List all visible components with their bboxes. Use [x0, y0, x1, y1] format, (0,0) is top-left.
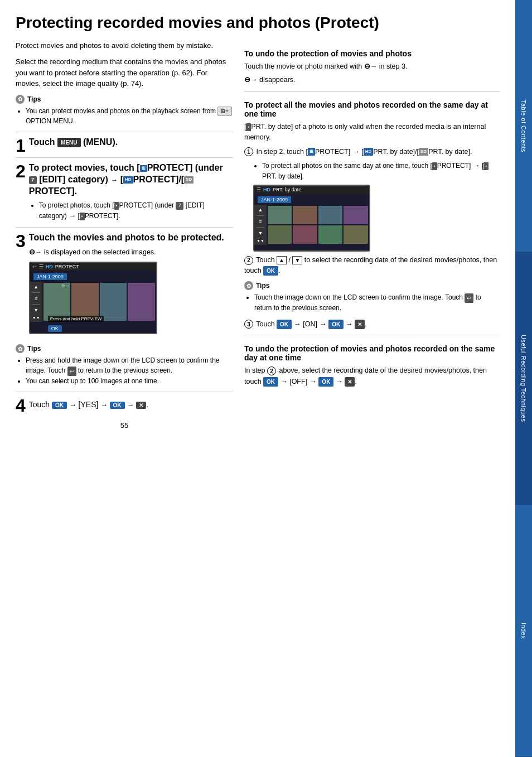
photo-badge-s2: ▪ [114, 202, 119, 210]
protect-all-step2: 2 Touch ▲ / ▼ to select the recording da… [244, 255, 500, 276]
step1-number: 1 [16, 137, 26, 155]
ok-badge-s4a: OK [52, 402, 67, 409]
pa-lines[interactable]: ≡ [257, 219, 264, 224]
x-badge-s4: ✕ [136, 402, 146, 409]
s3-icon3: HD [46, 264, 53, 269]
s3-icon2: ☰ [39, 264, 43, 269]
step3-title: Touch the movies and photos to be protec… [29, 232, 233, 244]
step4: 4 Touch OK → [YES] → OK → ✕. [16, 392, 233, 412]
undo-all-text: In step 2 above, select the recording da… [244, 365, 500, 387]
step3-screen-header: ↩ ☰ HD PROTECT [30, 263, 156, 271]
sidebar-tab-recording[interactable]: Useful Recording Techniques [515, 252, 532, 504]
x-badge-ua: ✕ [345, 377, 355, 387]
undo-text2: ⊖→ disappears. [244, 75, 500, 85]
protect-all-step3: 3 Touch OK → [ON] → OK → ✕. [244, 319, 500, 330]
photo-badge-pa: ▪ [246, 123, 251, 131]
s3-down[interactable]: ▼ [32, 307, 40, 313]
undo-text1: Touch the movie or photo marked with ⊖→ … [244, 61, 500, 72]
pa-more[interactable]: ▼▼ [257, 239, 264, 243]
photo-badge-s2b: ▪ [80, 213, 85, 220]
sidebar-tab-index[interactable]: Index [515, 505, 532, 757]
photo-badge-pa3: ▪ [483, 162, 489, 170]
s3-tips-header: Tips [27, 345, 41, 353]
ok-badge-pa3b: OK [328, 320, 344, 329]
s3-lines[interactable]: ≡ [32, 296, 40, 301]
pa-s2-tips-header: Tips [256, 282, 269, 290]
ok-badge-pa3a: OK [277, 320, 292, 329]
protect-all-title: To protect all the movies and photos rec… [244, 100, 500, 118]
pa-up[interactable]: ▲ [257, 207, 264, 213]
hd-badge-pa2: HD [364, 148, 374, 156]
ok-badge-ua2: OK [318, 377, 333, 387]
sidebar-tab-toc[interactable]: Table of Contents [515, 0, 532, 252]
down-btn[interactable]: ▼ [292, 256, 302, 264]
ok-badge-s4b: OK [110, 402, 125, 409]
pa-s2-tips-icon: ✿ [244, 281, 253, 290]
circle-1: 1 [244, 147, 253, 156]
undo-section: To undo the protection of movies and pho… [244, 49, 500, 86]
s3-tip2: You can select up to 100 images at one t… [26, 376, 233, 386]
s3-controls: ▲ ≡ ▼ ▼▼ [30, 282, 42, 322]
tips-intro-item: You can protect movies and photos on the… [26, 106, 233, 127]
option-menu-badge: ⊞= [217, 107, 231, 117]
circle-2b: 2 [267, 367, 276, 375]
intro-text2: Select the recording medium that contain… [16, 56, 233, 89]
protect-all-text1: [▪PRT. by date] of a photo is only valid… [244, 122, 500, 143]
sidebar-right: Table of Contents Useful Recording Techn… [515, 0, 532, 757]
protect-all-section: To protect all the movies and photos rec… [244, 100, 500, 329]
sd-badge-pa: SD [419, 148, 428, 156]
tips-intro: ✿ Tips You can protect movies and photos… [16, 95, 233, 127]
protect-all-screen: ☰ HD PRT. by date JAN-1-2009 ▲ ≡ [253, 185, 370, 252]
hd-badge-s2: ⊞ [140, 165, 147, 172]
step3-screen: ↩ ☰ HD PROTECT JAN-1-2009 ▲ [29, 262, 157, 334]
circle-3: 3 [244, 320, 253, 329]
protect-all-step1-bullet: To protect all photos on the same day at… [262, 160, 500, 181]
step2-title: To protect movies, touch [⊞PROTECT] (und… [29, 162, 233, 197]
step2-bullet: To protect photos, touch [▪PROTECT] (und… [39, 200, 233, 221]
sd-badge-s2: SD [184, 176, 194, 183]
undo-all-section: To undo the protection of movies and pho… [244, 344, 500, 387]
edit-num-badge2: 7 [176, 202, 183, 210]
undo-title: To undo the protection of movies and pho… [244, 49, 500, 58]
s3-more[interactable]: ▼▼ [32, 316, 40, 320]
pa-screen-header: ☰ HD PRT. by date [254, 186, 369, 194]
menu-badge: MENU [57, 138, 80, 147]
pa-controls: ▲ ≡ ▼ ▼▼ [254, 205, 267, 245]
pa-down[interactable]: ▼ [257, 230, 264, 236]
pa-header-text: PRT. by date [273, 187, 301, 192]
intro-text1: Protect movies and photos to avoid delet… [16, 40, 233, 51]
circle-2: 2 [244, 256, 253, 265]
page-number: 55 [16, 421, 233, 430]
edit-num-badge: 7 [29, 176, 37, 184]
s3-tip1: Press and hold the image down on the LCD… [26, 355, 233, 375]
pa-icon1: ☰ [257, 187, 261, 192]
s3-tips-icon: ✿ [16, 344, 25, 353]
s3-up[interactable]: ▲ [32, 284, 40, 290]
page-title: Protecting recorded movies and photos (P… [16, 13, 500, 32]
step4-text: Touch OK → [YES] → OK → ✕. [29, 400, 233, 409]
s3-icon1: ↩ [32, 264, 37, 269]
photo-badge-pa2: ▪ [432, 162, 437, 170]
hd-badge-pa: ⊞ [308, 148, 315, 156]
s3-ok-btn[interactable]: OK [48, 325, 62, 332]
x-badge-pa3: ✕ [355, 320, 365, 329]
step1: 1 Touch MENU (MENU). [16, 132, 233, 152]
tips-intro-header: Tips [27, 95, 41, 103]
step4-number: 4 [16, 397, 26, 414]
hd-badge-s2b: HD [123, 176, 133, 183]
step3-tips: ✿ Tips Press and hold the image down on … [16, 344, 233, 385]
return-icon-s3: ↩ [67, 367, 76, 376]
step2: 2 To protect movies, touch [⊞PROTECT] (u… [16, 157, 233, 221]
step3-number: 3 [16, 232, 26, 250]
ok-badge-ua: OK [263, 377, 278, 387]
pa-date: JAN-1-2009 [258, 196, 291, 203]
s3-header-text: PROTECT [55, 264, 79, 269]
step3-sub: ⊖→ is displayed on the selected images. [29, 247, 233, 258]
up-btn[interactable]: ▲ [277, 256, 287, 264]
divider1 [244, 91, 500, 91]
step2-number: 2 [16, 162, 26, 180]
protect-all-step1: 1 In step 2, touch [⊞PROTECT] → [HDPRT. … [244, 146, 500, 157]
divider2 [244, 335, 500, 335]
ok-badge-pa: OK [263, 266, 278, 276]
s3-overlay: Press and hold PREVIEW [48, 316, 104, 322]
